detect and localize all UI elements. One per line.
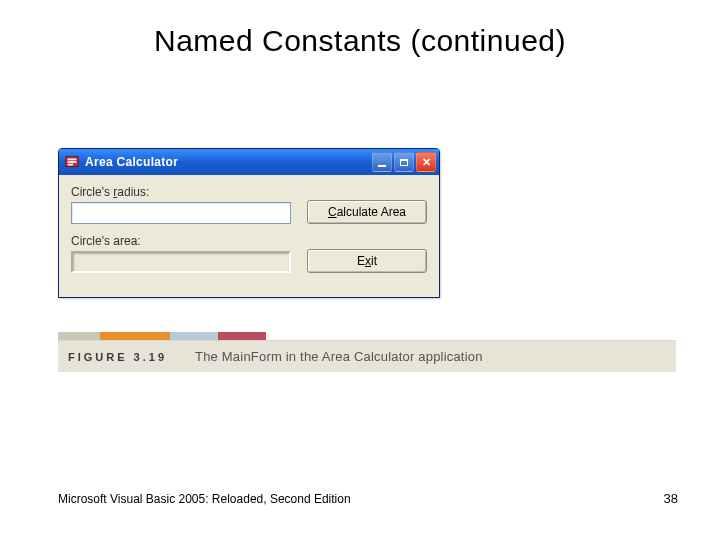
minimize-button[interactable] [372,152,392,172]
figure-area: Area Calculator ✕ Circle's radius: Calcu… [58,148,676,372]
page-number: 38 [664,491,678,506]
footer-citation: Microsoft Visual Basic 2005: Reloaded, S… [58,492,351,506]
slide-title: Named Constants (continued) [0,24,720,58]
app-window: Area Calculator ✕ Circle's radius: Calcu… [58,148,440,298]
window-title: Area Calculator [85,155,372,169]
figure-number: FIGURE 3.19 [68,351,167,363]
calculate-button[interactable]: Calculate Area [307,200,427,224]
svg-rect-1 [68,159,77,161]
window-controls: ✕ [372,152,436,172]
decorative-stripes [58,332,676,340]
svg-rect-3 [68,164,73,166]
radius-label: Circle's radius: [71,185,295,199]
titlebar: Area Calculator ✕ [59,149,439,175]
exit-button[interactable]: Exit [307,249,427,273]
client-area: Circle's radius: Calculate Area Circle's… [59,175,439,297]
figure-caption-bar: FIGURE 3.19 The MainForm in the Area Cal… [58,340,676,372]
radius-input[interactable] [71,202,291,224]
area-output [71,251,291,273]
figure-caption: The MainForm in the Area Calculator appl… [195,349,483,364]
svg-rect-2 [68,161,77,163]
close-button[interactable]: ✕ [416,152,436,172]
area-label: Circle's area: [71,234,295,248]
maximize-button[interactable] [394,152,414,172]
app-icon [65,155,79,169]
